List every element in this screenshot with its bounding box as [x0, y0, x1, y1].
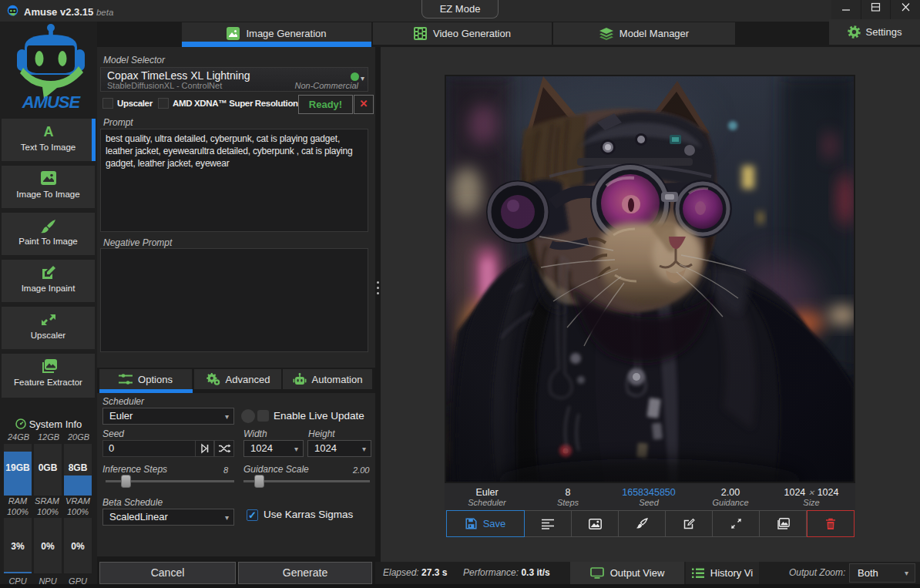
svg-text:A: A: [43, 124, 53, 139]
svg-text:AMUSE: AMUSE: [22, 92, 82, 110]
